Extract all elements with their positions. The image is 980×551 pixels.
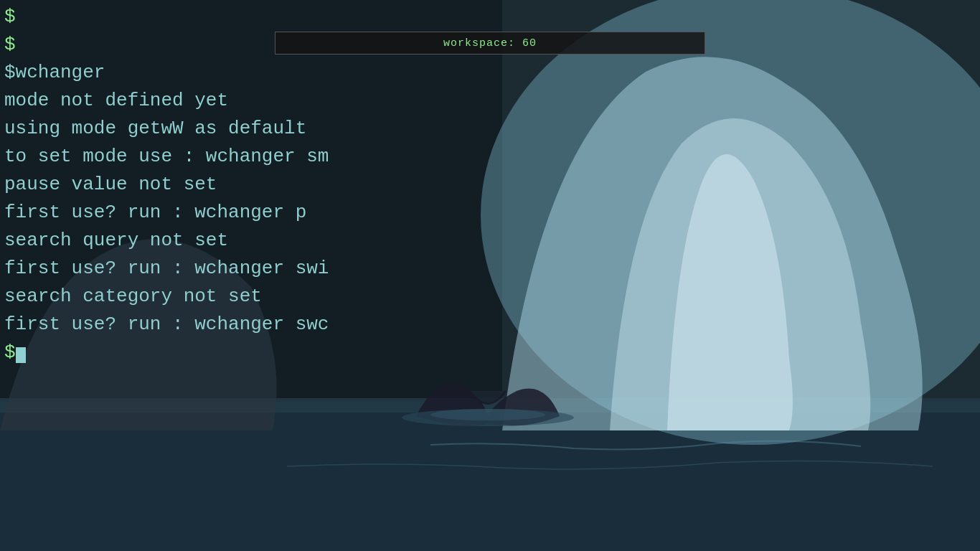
terminal-line-5: using mode getwW as default (4, 115, 329, 143)
terminal-line-3: $wchanger (4, 59, 329, 87)
workspace-label: workspace: 60 (443, 37, 537, 50)
terminal-line-4: mode not defined yet (4, 87, 329, 115)
terminal-prompt-final: $ (4, 339, 329, 367)
terminal-line-7: pause value not set (4, 171, 329, 199)
terminal-line-1: $ (4, 3, 329, 31)
terminal-line-12: first use? run : wchanger swc (4, 311, 329, 339)
terminal-line-11: search category not set (4, 283, 329, 311)
terminal-output: $ $ $wchanger mode not defined yet using… (0, 0, 333, 369)
terminal-line-10: first use? run : wchanger swi (4, 255, 329, 283)
terminal-line-8: first use? run : wchanger p (4, 199, 329, 227)
svg-point-6 (430, 409, 545, 420)
terminal-cursor (16, 347, 26, 363)
terminal-line-9: search query not set (4, 227, 329, 255)
workspace-bar: workspace: 60 (275, 32, 705, 55)
terminal-line-6: to set mode use : wchanger sm (4, 143, 329, 171)
